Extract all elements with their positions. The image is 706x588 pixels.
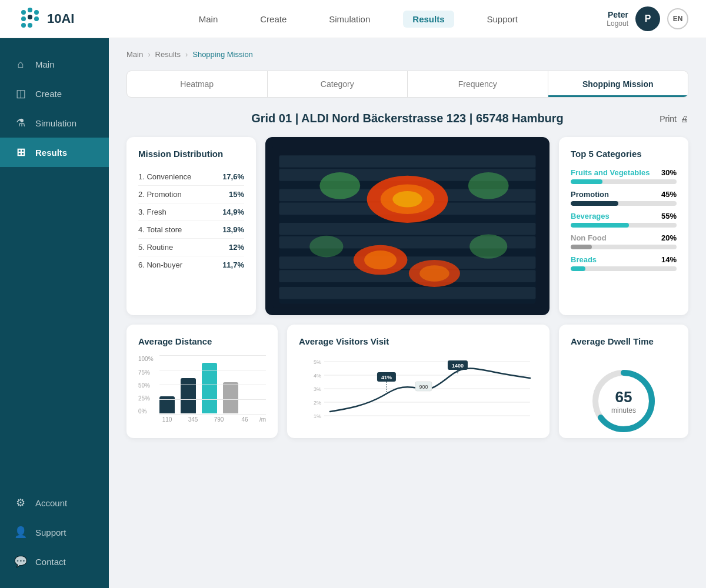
grid-line-100 <box>159 355 266 356</box>
svg-text:1%: 1% <box>314 413 321 419</box>
cat-item-0: Fruits and Vegetables 30% <box>571 168 677 184</box>
bar-x-label-3: 46 <box>237 416 252 423</box>
tab-category[interactable]: Category <box>268 71 408 97</box>
sidebar-item-create[interactable]: ◫ Create <box>0 79 109 108</box>
cat-item-3: Non Food 20% <box>571 233 677 249</box>
page-title-row: Grid 01 | ALDI Nord Bäckerstrasse 123 | … <box>126 112 688 125</box>
dwell-number: 65 <box>611 387 636 406</box>
logo-icon <box>18 6 42 31</box>
sidebar-item-support[interactable]: 👤 Support <box>0 517 109 547</box>
svg-text:3%: 3% <box>314 386 321 392</box>
mission-rank: 3. Fresh <box>138 208 166 216</box>
cat-label: Fruits and Vegetables <box>571 168 650 177</box>
sidebar-item-main[interactable]: ⌂ Main <box>0 50 109 79</box>
nav-right: Peter Logout P EN <box>607 6 688 31</box>
mission-pct: 14,9% <box>222 208 244 216</box>
mission-item-4: 5. Routine12% <box>138 239 244 256</box>
heatmap-svg <box>272 144 542 308</box>
svg-point-7 <box>28 23 32 28</box>
grid-line-0 <box>159 414 266 415</box>
sidebar-label-simulation: Simulation <box>35 118 76 128</box>
breadcrumb-current: Shopping Mission <box>192 50 253 59</box>
tab-heatmap[interactable]: Heatmap <box>127 71 268 97</box>
svg-point-1 <box>28 8 32 12</box>
sidebar-item-account[interactable]: ⚙ Account <box>0 488 109 517</box>
language-button[interactable]: EN <box>667 8 688 29</box>
sidebar-item-simulation[interactable]: ⚗ Simulation <box>0 108 109 138</box>
print-label: Print <box>660 114 677 123</box>
nav-main[interactable]: Main <box>189 11 228 28</box>
mission-pct: 13,9% <box>222 225 244 234</box>
dwell-center: 65 minutes <box>571 356 677 446</box>
avg-visitors-chart: 5% 4% 3% 2% 1% 41% 900 <box>299 356 538 426</box>
create-icon: ◫ <box>14 87 27 100</box>
y-label-25: 25% <box>138 395 154 402</box>
mission-distribution-card: Mission Distribution 1. Convenience17,6%… <box>126 137 256 315</box>
sidebar-item-contact[interactable]: 💬 Contact <box>0 547 109 576</box>
grid-line-25 <box>159 399 266 400</box>
bar-3 <box>223 382 238 414</box>
svg-point-3 <box>21 16 26 21</box>
mission-rank: 4. Total store <box>138 225 182 234</box>
page-title: Grid 01 | ALDI Nord Bäckerstrasse 123 | … <box>251 112 564 125</box>
print-button[interactable]: Print 🖨 <box>660 114 688 123</box>
svg-rect-29 <box>279 155 535 303</box>
cat-bar-fill <box>571 223 629 228</box>
svg-point-6 <box>21 23 26 28</box>
bar-chart-area: 0% 25% 50% 75% 100% <box>138 356 266 415</box>
line-chart-svg: 5% 4% 3% 2% 1% 41% 900 <box>299 356 538 426</box>
nav-support[interactable]: Support <box>478 11 528 28</box>
sidebar-label-contact: Contact <box>35 557 66 567</box>
mission-item-1: 2. Promotion15% <box>138 186 244 203</box>
nav-links: Main Create Simulation Results Support <box>109 11 607 28</box>
mission-distribution-title: Mission Distribution <box>138 149 244 159</box>
avatar: P <box>635 6 660 31</box>
mission-item-0: 1. Convenience17,6% <box>138 168 244 186</box>
bar-x-suffix: /m <box>259 416 266 423</box>
dwell-unit: minutes <box>611 406 636 414</box>
tab-shopping-mission[interactable]: Shopping Mission <box>548 71 688 97</box>
cat-label: Non Food <box>571 233 607 242</box>
mission-items-list: 1. Convenience17,6%2. Promotion15%3. Fre… <box>138 168 244 273</box>
avg-visitors-card: Average Visitors Visit 5% 4% 3% 2% <box>287 325 550 438</box>
top-cards-row: Mission Distribution 1. Convenience17,6%… <box>126 137 688 315</box>
cat-pct: 30% <box>661 168 677 177</box>
top-navigation: 10AI Main Create Simulation Results Supp… <box>0 0 706 38</box>
mission-pct: 11,7% <box>222 260 244 269</box>
grid-line-75 <box>159 370 266 370</box>
dwell-label: 65 minutes <box>611 387 636 414</box>
main-layout: ⌂ Main ◫ Create ⚗ Simulation ⊞ Results ⚙… <box>0 38 706 588</box>
cat-item-1: Promotion 45% <box>571 190 677 206</box>
cat-bar-fill <box>571 201 618 206</box>
sidebar-label-create: Create <box>35 89 62 99</box>
logo-area: 10AI <box>18 6 74 31</box>
tab-frequency[interactable]: Frequency <box>408 71 548 97</box>
user-info: Peter Logout <box>607 10 628 28</box>
svg-text:5%: 5% <box>314 359 321 365</box>
top5-items-list: Fruits and Vegetables 30% Promotion 45% … <box>571 168 677 271</box>
mission-rank: 5. Routine <box>138 243 173 252</box>
breadcrumb-main[interactable]: Main <box>126 50 143 59</box>
svg-point-0 <box>21 10 26 15</box>
nav-simulation[interactable]: Simulation <box>319 11 379 28</box>
sidebar-label-support: Support <box>35 527 66 537</box>
logout-button[interactable]: Logout <box>607 19 628 28</box>
grid-line-50 <box>159 385 266 385</box>
cat-label: Promotion <box>571 190 609 199</box>
svg-point-5 <box>34 16 39 21</box>
avg-distance-title: Average Distance <box>138 336 266 346</box>
svg-text:2%: 2% <box>314 400 321 406</box>
breadcrumb-results[interactable]: Results <box>155 50 181 59</box>
svg-text:41%: 41% <box>381 375 392 380</box>
sidebar-item-results[interactable]: ⊞ Results <box>0 138 109 167</box>
breadcrumb-sep-1: › <box>148 50 150 59</box>
nav-results[interactable]: Results <box>403 11 454 28</box>
nav-create[interactable]: Create <box>251 11 296 28</box>
mission-pct: 17,6% <box>222 172 244 181</box>
cat-pct: 20% <box>661 233 677 242</box>
content-area: Main › Results › Shopping Mission Heatma… <box>109 38 706 588</box>
y-label-0: 0% <box>138 408 154 415</box>
cat-bar-bg <box>571 245 677 249</box>
cat-item-2: Beverages 55% <box>571 212 677 228</box>
svg-point-4 <box>28 15 32 19</box>
